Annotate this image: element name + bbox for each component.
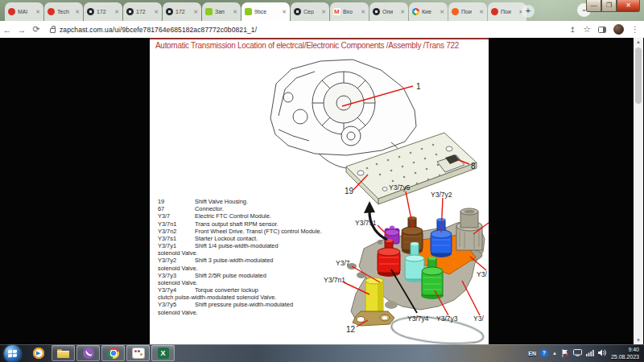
tab-title: Кие — [422, 9, 431, 14]
tab-172-c[interactable]: 172✕ — [163, 2, 201, 21]
profile-avatar[interactable] — [613, 24, 624, 35]
diagram-label-19: 19 — [345, 187, 354, 195]
network-signal-icon[interactable] — [586, 349, 594, 357]
tab-tech[interactable]: Tech✕ — [44, 2, 83, 21]
tab-close-icon[interactable]: ✕ — [361, 9, 365, 14]
side-panel-icon[interactable] — [598, 27, 606, 33]
media-player-icon: ▶ — [33, 348, 44, 359]
minimize-button[interactable]: — — [586, 0, 601, 12]
tab-title: 172 — [175, 9, 185, 14]
diagram-label-s1: Y3/7s1 — [355, 219, 377, 227]
toolbar-right-icons: ↥ ☆ ⋮ — [570, 21, 639, 38]
tab-9bce-active[interactable]: 9bce✕ — [242, 2, 290, 21]
tab-google[interactable]: Кие✕ — [409, 2, 448, 21]
share-icon[interactable]: ↥ — [570, 26, 576, 34]
tab-title: Опи — [382, 9, 393, 14]
new-tab-button[interactable]: + — [522, 5, 535, 18]
address-bar[interactable]: zapchast.com.ua/ui/9bcefe781764e685182ac… — [60, 26, 257, 34]
green-app-favicon — [205, 8, 213, 15]
tab-close-icon[interactable]: ✕ — [400, 9, 405, 14]
taskbar-clock[interactable]: 9:40 25.08.2023 — [611, 346, 639, 360]
lock-icon — [50, 28, 56, 33]
gmail-favicon — [333, 8, 341, 15]
chrome-icon — [108, 348, 119, 359]
tab-close-icon[interactable]: ✕ — [154, 9, 159, 14]
legend-row: Y3/7Electric FTC Control Module. — [158, 212, 340, 220]
tab-opi[interactable]: Опи✕ — [369, 2, 408, 21]
diagram-label-1: 1 — [416, 82, 421, 91]
close-button[interactable]: ✕ — [617, 0, 640, 12]
start-button[interactable] — [4, 345, 21, 362]
diagram-label-y3: Y3/7y3 — [436, 315, 458, 323]
page-title: Automatic Transmission Location of elect… — [150, 39, 489, 50]
diagram-label-8: 8 — [471, 162, 476, 171]
back-icon[interactable]: ← — [0, 25, 14, 35]
volume-icon[interactable] — [598, 349, 607, 357]
display-tray-icon[interactable] — [573, 349, 582, 357]
taskbar-excel-button[interactable]: X — [151, 345, 175, 361]
action-center-flag-icon[interactable] — [561, 349, 569, 358]
taskbar-media-player-button[interactable]: ▶ — [27, 345, 50, 361]
tab-title: Пои — [501, 9, 511, 14]
taskbar-viber-button[interactable] — [76, 345, 100, 361]
tab-gmail[interactable]: Вхо✕ — [330, 2, 369, 21]
parts-legend: 19Shift Valve Housing. 67Connector. Y3/7… — [158, 198, 340, 316]
maximize-button[interactable]: ❐ — [601, 0, 617, 12]
diagram-label-12: 12 — [346, 325, 356, 334]
tab-close-icon[interactable]: ✕ — [114, 9, 119, 14]
green-app-favicon — [245, 8, 252, 15]
tab-close-icon[interactable]: ✕ — [233, 9, 237, 14]
diagram-label-cut-bottom: Y3/ — [473, 315, 484, 323]
legend-row: Y3/7y4Torque converter lockup clutch pul… — [158, 286, 340, 301]
scrollbar-thumb[interactable] — [635, 47, 642, 104]
scroll-up-arrow[interactable]: ▲ — [634, 39, 643, 44]
tab-close-icon[interactable]: ✕ — [193, 9, 198, 14]
tab-title: 172 — [97, 9, 106, 14]
language-indicator[interactable]: EN — [528, 351, 536, 356]
diagram-label-y4: Y3/7y4 — [407, 315, 429, 323]
reload-icon[interactable]: ⟳ — [29, 24, 43, 35]
bookmark-star-icon[interactable]: ☆ — [583, 24, 591, 35]
tab-close-icon[interactable]: ✕ — [75, 9, 80, 14]
tab-poi-b[interactable]: Пои✕ — [488, 2, 526, 21]
system-tray: EN ? ▲ 9:40 25.08.2023 — [528, 346, 644, 360]
legend-row: Y3/7s1Starter Lockout contact. — [158, 235, 340, 242]
dark-app-favicon — [87, 8, 94, 15]
tab-close-icon[interactable]: ✕ — [440, 9, 444, 14]
tab-poi-a[interactable]: Пои✕ — [448, 2, 487, 21]
diagram-label-cut-mid: Y3/ — [477, 270, 487, 278]
taskbar-paint-button[interactable] — [126, 345, 150, 361]
tab-172-b[interactable]: 172✕ — [123, 2, 162, 21]
tab-title: Вхо — [343, 9, 353, 14]
page-scrollbar[interactable]: ▲ ▼ — [634, 38, 643, 344]
tab-title: MAI — [18, 9, 27, 14]
forward-icon[interactable]: → — [14, 25, 29, 35]
tab-ser[interactable]: Сер✕ — [291, 2, 329, 21]
scroll-down-arrow[interactable]: ▼ — [634, 338, 643, 343]
tab-172-a[interactable]: 172✕ — [84, 2, 122, 21]
menu-dots-icon[interactable]: ⋮ — [631, 25, 639, 34]
dark-app-favicon — [373, 8, 380, 15]
dark-app-favicon — [166, 8, 173, 15]
paint-palette-icon — [133, 348, 144, 358]
tab-zap[interactable]: Зап✕ — [202, 2, 241, 21]
tab-close-icon[interactable]: ✕ — [35, 9, 40, 14]
tab-title: Зап — [215, 9, 225, 14]
tab-close-icon[interactable]: ✕ — [282, 9, 287, 14]
tab-close-icon[interactable]: ✕ — [321, 9, 326, 14]
legend-row: 19Shift Valve Housing. — [158, 198, 340, 205]
viber-phone-icon — [83, 348, 94, 359]
clock-date: 25.08.2023 — [611, 353, 639, 360]
tab-close-icon[interactable]: ✕ — [479, 9, 484, 14]
legend-row: Y3/7y3Shift 2/5R pulse modulated solenoi… — [158, 272, 340, 286]
taskbar-chrome-button[interactable] — [101, 345, 125, 361]
tab-mai[interactable]: MAI✕ — [5, 2, 43, 21]
diagram-label-y5: Y3/7y5 — [389, 183, 411, 191]
legend-row: Y3/7y1Shift 1/4 pulse-width-modulated so… — [158, 242, 340, 257]
help-tray-icon[interactable]: ? — [540, 349, 548, 357]
tab-title: Tech — [57, 9, 69, 14]
show-hidden-icons-chevron[interactable]: ▲ — [552, 351, 557, 356]
taskbar-explorer-button[interactable] — [52, 345, 75, 361]
windows-logo-icon — [8, 349, 17, 357]
dark-app-favicon — [126, 8, 134, 15]
